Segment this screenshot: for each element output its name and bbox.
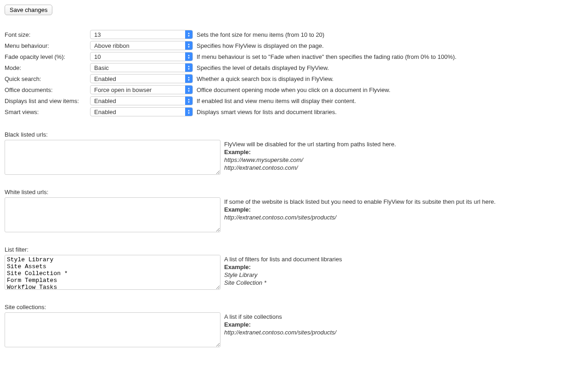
black-listed-desc: FlyView will be disabled for the url sta… xyxy=(224,141,396,172)
example-line: https://www.mysupersite.com/ xyxy=(224,156,303,163)
example-label: Example: xyxy=(224,321,251,328)
setting-label-fade-opacity: Fade opacity level (%): xyxy=(5,51,90,62)
select-value: Enabled xyxy=(90,108,185,116)
select-value: 10 xyxy=(90,52,185,61)
menu-behaviour-select[interactable]: Above ribbon xyxy=(90,41,193,50)
setting-desc: Whether a quick search box is displayed … xyxy=(197,73,460,84)
example-label: Example: xyxy=(224,206,251,213)
setting-label-smart-views: Smart views: xyxy=(5,106,90,117)
setting-desc: If menu behaviour is set to "Fade when i… xyxy=(197,51,460,62)
setting-row: Quick search: Enabled Whether a quick se… xyxy=(5,73,460,84)
quick-search-select[interactable]: Enabled xyxy=(90,74,193,83)
updown-icon xyxy=(185,108,192,116)
setting-label-font-size: Font size: xyxy=(5,29,90,40)
black-listed-label: Black listed urls: xyxy=(5,131,583,138)
setting-row: Font size: 13 Sets the font size for men… xyxy=(5,29,460,40)
black-listed-section: Black listed urls: FlyView will be disab… xyxy=(5,131,583,175)
example-line: http://extranet.contoso.com/ xyxy=(224,164,298,171)
updown-icon xyxy=(185,30,192,39)
font-size-select[interactable]: 13 xyxy=(90,30,193,39)
list-filter-textarea[interactable] xyxy=(5,255,220,290)
setting-label-office-documents: Office documents: xyxy=(5,84,90,95)
updown-icon xyxy=(185,63,192,72)
site-collections-section: Site collections: A list if site collect… xyxy=(5,304,583,347)
site-collections-desc: A list if site collections Example: http… xyxy=(224,313,336,337)
office-documents-select[interactable]: Force open in bowser xyxy=(90,85,193,94)
fade-opacity-select[interactable]: 10 xyxy=(90,52,193,61)
setting-desc: Displays smart views for lists and docum… xyxy=(197,106,460,117)
updown-icon xyxy=(185,86,192,94)
list-filter-section: List filter: A list of filters for lists… xyxy=(5,246,583,290)
list-filter-desc: A list of filters for lists and document… xyxy=(224,256,342,287)
white-listed-section: White listed urls: If some of the websit… xyxy=(5,189,583,232)
example-line: http://extranet.contoso.com/sites/produc… xyxy=(224,214,336,221)
setting-row: Displays list and view items: Enabled If… xyxy=(5,95,460,106)
setting-desc: Specifies the level of details displayed… xyxy=(197,62,460,73)
smart-views-select[interactable]: Enabled xyxy=(90,107,193,116)
setting-row: Menu behaviour: Above ribbon Specifies h… xyxy=(5,40,460,51)
desc-text: FlyView will be disabled for the url sta… xyxy=(224,141,396,148)
settings-table: Font size: 13 Sets the font size for men… xyxy=(5,29,460,117)
updown-icon xyxy=(185,41,192,50)
save-button[interactable]: Save changes xyxy=(5,5,52,15)
setting-row: Fade opacity level (%): 10 If menu behav… xyxy=(5,51,460,62)
example-line: http://extranet.contoso.com/sites/produc… xyxy=(224,329,336,336)
setting-row: Office documents: Force open in bowser O… xyxy=(5,84,460,95)
mode-select[interactable]: Basic xyxy=(90,63,193,72)
updown-icon xyxy=(185,52,192,61)
black-listed-textarea[interactable] xyxy=(5,140,220,175)
desc-text: A list of filters for lists and document… xyxy=(224,256,342,263)
site-collections-textarea[interactable] xyxy=(5,312,220,347)
select-value: Basic xyxy=(90,63,185,72)
setting-desc: Sets the font size for menu items (from … xyxy=(197,29,460,40)
example-line: Site Collection * xyxy=(224,279,266,286)
setting-label-displays-list: Displays list and view items: xyxy=(5,95,90,106)
updown-icon xyxy=(185,97,192,105)
desc-text: If some of the website is black listed b… xyxy=(224,198,496,205)
setting-label-mode: Mode: xyxy=(5,62,90,73)
updown-icon xyxy=(185,75,192,83)
setting-row: Mode: Basic Specifies the level of detai… xyxy=(5,62,460,73)
setting-desc: Office document opening mode when you cl… xyxy=(197,84,460,95)
select-value: Enabled xyxy=(90,75,185,83)
setting-label-menu-behaviour: Menu behaviour: xyxy=(5,40,90,51)
setting-row: Smart views: Enabled Displays smart view… xyxy=(5,106,460,117)
example-label: Example: xyxy=(224,264,251,270)
select-value: Above ribbon xyxy=(90,41,185,50)
white-listed-textarea[interactable] xyxy=(5,197,220,232)
displays-list-select[interactable]: Enabled xyxy=(90,96,193,105)
select-value: 13 xyxy=(90,30,185,39)
example-label: Example: xyxy=(224,149,251,155)
site-collections-label: Site collections: xyxy=(5,304,583,310)
list-filter-label: List filter: xyxy=(5,246,583,253)
white-listed-desc: If some of the website is black listed b… xyxy=(224,198,496,222)
select-value: Force open in bowser xyxy=(90,86,185,94)
example-line: Style Library xyxy=(224,271,257,278)
setting-desc: Specifies how FlyView is displayed on th… xyxy=(197,40,460,51)
select-value: Enabled xyxy=(90,97,185,105)
white-listed-label: White listed urls: xyxy=(5,189,583,196)
setting-label-quick-search: Quick search: xyxy=(5,73,90,84)
desc-text: A list if site collections xyxy=(224,313,282,320)
setting-desc: If enabled list and view menu items will… xyxy=(197,95,460,106)
